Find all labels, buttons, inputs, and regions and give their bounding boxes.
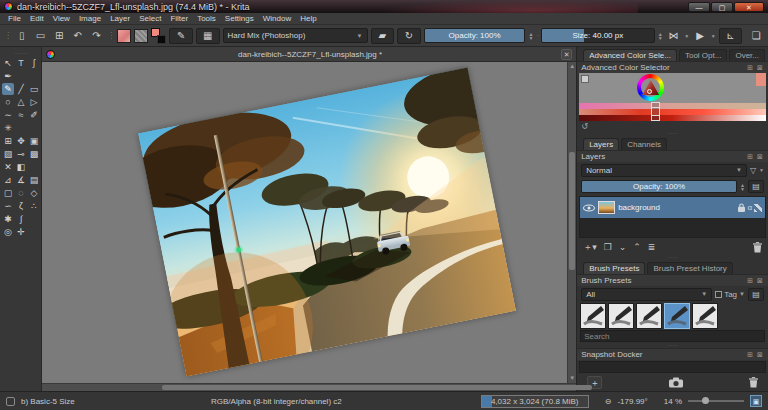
layer-filter-icon[interactable]: ▽ bbox=[750, 166, 756, 175]
ellipse-select-tool[interactable]: ◌ bbox=[15, 187, 27, 199]
menu-file[interactable]: File bbox=[4, 14, 25, 23]
polygon-tool[interactable]: △ bbox=[15, 96, 27, 108]
save-file-icon[interactable]: ⊞ bbox=[51, 28, 67, 44]
color-selector-settings-icon[interactable] bbox=[581, 75, 589, 83]
new-file-icon[interactable]: ▯ bbox=[14, 28, 30, 44]
zoom-tool[interactable]: ◎ bbox=[2, 226, 14, 238]
menu-image[interactable]: Image bbox=[75, 14, 105, 23]
menu-window[interactable]: Window bbox=[259, 14, 295, 23]
opacity-slider[interactable]: Opacity: 100% bbox=[424, 28, 526, 43]
layer-view-options-button[interactable]: ▤ bbox=[748, 180, 764, 193]
contiguous-select-tool[interactable]: ✱ bbox=[2, 213, 14, 225]
fit-page-button[interactable]: ▣ bbox=[750, 395, 762, 407]
move-layer-up-button[interactable]: ⌃ bbox=[633, 242, 641, 252]
pattern-chooser[interactable] bbox=[134, 29, 148, 43]
canvas-viewport[interactable]: ▲ ▼ bbox=[42, 62, 576, 383]
edit-shapes-tool[interactable]: ✒ bbox=[2, 70, 14, 82]
rectangle-tool[interactable]: ▭ bbox=[28, 83, 40, 95]
move-tool[interactable]: ✥ bbox=[15, 135, 27, 147]
select-shapes-tool[interactable]: ↖ bbox=[2, 57, 14, 69]
delete-layer-button[interactable] bbox=[753, 242, 762, 253]
magnetic-select-tool[interactable]: ζ bbox=[15, 200, 27, 212]
tab-tool-opt-[interactable]: Tool Opt... bbox=[679, 49, 727, 61]
ellipse-tool[interactable]: ○ bbox=[2, 96, 14, 108]
switch-snapshot-camera-button[interactable] bbox=[669, 377, 683, 388]
layer-row-background[interactable]: background α bbox=[580, 197, 765, 218]
redo-icon[interactable]: ↷ bbox=[89, 28, 105, 44]
tag-button[interactable]: Tag ▼ bbox=[715, 290, 745, 299]
open-file-icon[interactable]: ▭ bbox=[33, 28, 49, 44]
dynamic-brush-tool[interactable]: ✐ bbox=[28, 109, 40, 121]
docker-float-icon[interactable]: ⊞ ⊠ bbox=[747, 153, 764, 161]
freehand-select-tool[interactable]: ∽ bbox=[2, 200, 14, 212]
rect-select-tool[interactable]: ▢ bbox=[2, 187, 14, 199]
document-close-icon[interactable]: ✕ bbox=[561, 49, 572, 60]
brush-preset-1[interactable] bbox=[608, 303, 634, 329]
maximize-button[interactable]: ▢ bbox=[711, 2, 733, 12]
lock-icon[interactable] bbox=[738, 203, 745, 212]
mirror-icon[interactable]: ⋈ bbox=[666, 28, 682, 44]
brush-size-slider[interactable]: Size: 40.00 px bbox=[541, 28, 655, 43]
docker-float-icon[interactable]: ⊞ ⊠ bbox=[747, 64, 764, 72]
move-layer-down-button[interactable]: ⌄ bbox=[619, 242, 627, 252]
layer-opacity-slider[interactable]: Opacity: 100% bbox=[581, 180, 737, 193]
size-spinner[interactable]: ▲▼ bbox=[658, 32, 663, 40]
fill-tool[interactable]: ◧ bbox=[15, 161, 27, 173]
scroll-down-icon[interactable]: ▼ bbox=[568, 374, 576, 383]
menu-select[interactable]: Select bbox=[135, 14, 165, 23]
horizontal-scroll-thumb[interactable] bbox=[162, 385, 592, 390]
snapshot-list[interactable] bbox=[579, 361, 766, 373]
menu-help[interactable]: Help bbox=[296, 14, 320, 23]
advanced-color-selector[interactable] bbox=[579, 73, 766, 121]
workspace-chooser-icon[interactable]: ❏ bbox=[748, 28, 764, 44]
gradient-chooser[interactable] bbox=[117, 29, 131, 43]
tab-brush-preset-history[interactable]: Brush Preset History bbox=[647, 262, 732, 274]
undo-icon[interactable]: ↶ bbox=[70, 28, 86, 44]
toolbox-handle[interactable]: ⋯⋯ bbox=[2, 49, 41, 56]
strip-slider-handle[interactable] bbox=[651, 102, 660, 121]
mirror-dropdown[interactable]: ▼ bbox=[684, 34, 689, 38]
tab-brush-presets[interactable]: Brush Presets bbox=[583, 262, 645, 274]
measure-tool[interactable]: ∡ bbox=[15, 174, 27, 186]
polyline-tool[interactable]: ▷ bbox=[28, 96, 40, 108]
tab-advanced-color-sele-[interactable]: Advanced Color Sele... bbox=[583, 49, 677, 61]
layer-name[interactable]: background bbox=[618, 203, 735, 212]
color-history-icon[interactable]: ↺ bbox=[581, 122, 588, 131]
patch-tool[interactable]: ▩ bbox=[28, 148, 40, 160]
preset-filter-dropdown[interactable]: All▼ bbox=[581, 288, 712, 301]
close-button[interactable]: ✕ bbox=[734, 2, 764, 12]
flow-icon[interactable]: ▶ bbox=[692, 28, 708, 44]
bezier-select-tool[interactable]: ∫ bbox=[15, 213, 27, 225]
reference-images-tool[interactable]: ▤ bbox=[28, 174, 40, 186]
scroll-up-icon[interactable]: ▲ bbox=[568, 62, 576, 71]
brush-preset-0[interactable] bbox=[580, 303, 606, 329]
fg-bg-color-chooser[interactable] bbox=[151, 28, 167, 44]
vertical-scroll-thumb[interactable] bbox=[569, 152, 575, 270]
eraser-mode-button[interactable]: ▰ bbox=[371, 28, 395, 44]
menu-tools[interactable]: Tools bbox=[193, 14, 220, 23]
menu-settings[interactable]: Settings bbox=[221, 14, 258, 23]
tab-channels[interactable]: Channels bbox=[621, 138, 667, 150]
color-sampler-tool[interactable]: ⊸ bbox=[15, 148, 27, 160]
blending-mode-dropdown[interactable]: Hard Mix (Photoshop)▼ bbox=[223, 28, 368, 43]
alpha-lock-icon[interactable]: α bbox=[747, 203, 752, 212]
pan-tool[interactable]: ✛ bbox=[15, 226, 27, 238]
zoom-slider-knob[interactable] bbox=[702, 397, 709, 404]
line-tool[interactable]: ╱ bbox=[15, 83, 27, 95]
selection-display-icon[interactable] bbox=[6, 397, 15, 406]
similar-select-tool[interactable]: ∴ bbox=[28, 200, 40, 212]
reset-rotation-icon[interactable]: ⊾ bbox=[719, 28, 743, 44]
zoom-slider[interactable] bbox=[688, 396, 744, 406]
minimize-button[interactable]: — bbox=[688, 2, 710, 12]
multibrush-tool[interactable]: ✳ bbox=[2, 122, 14, 134]
duplicate-layer-button[interactable]: ❐ bbox=[604, 242, 612, 252]
tab-over-[interactable]: Over... bbox=[729, 49, 765, 61]
layer-opacity-spinner[interactable]: ▲▼ bbox=[740, 183, 745, 191]
inherit-alpha-icon[interactable] bbox=[754, 204, 762, 212]
color-strips[interactable] bbox=[579, 103, 766, 121]
text-tool[interactable]: T bbox=[15, 57, 27, 69]
brush-preset-chooser-button[interactable]: ▦ bbox=[196, 28, 220, 44]
menu-filter[interactable]: Filter bbox=[166, 14, 192, 23]
reset-rotation-icon[interactable]: ⊖ bbox=[605, 397, 612, 406]
layer-blend-mode-dropdown[interactable]: Normal▼ bbox=[581, 164, 747, 177]
